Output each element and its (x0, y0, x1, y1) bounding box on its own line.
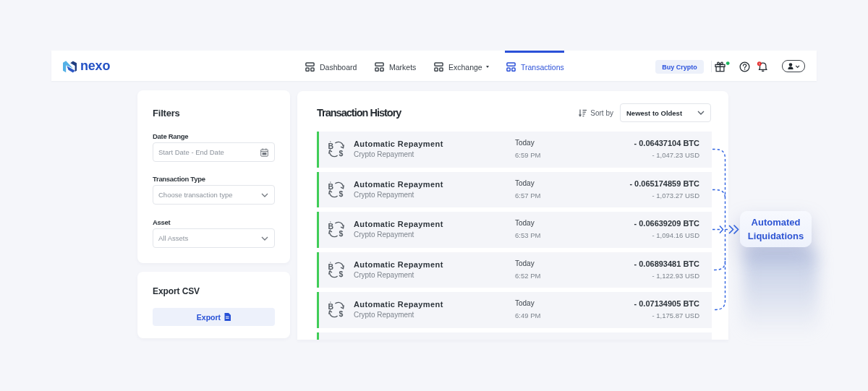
svg-text:$: $ (339, 149, 343, 158)
svg-text:$: $ (339, 309, 343, 318)
svg-text:B: B (328, 182, 334, 191)
svg-text:B: B (328, 142, 334, 150)
svg-text:B: B (328, 262, 334, 271)
svg-text:B: B (328, 302, 334, 311)
svg-text:B: B (328, 222, 334, 231)
svg-text:$: $ (339, 270, 343, 278)
svg-text:$: $ (339, 189, 343, 198)
svg-text:$: $ (339, 229, 343, 238)
